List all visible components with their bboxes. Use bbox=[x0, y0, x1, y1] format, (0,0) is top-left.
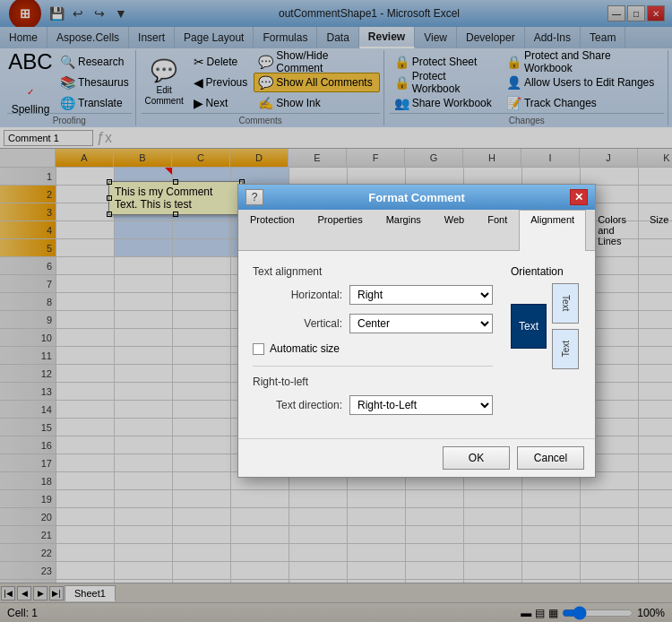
tab-font[interactable]: Font bbox=[476, 210, 519, 250]
horizontal-select[interactable]: Left Center Right Justify Distributed bbox=[349, 285, 493, 305]
modal-tabs: Protection Properties Margins Web Font A… bbox=[238, 210, 595, 251]
modal-footer: OK Cancel bbox=[238, 438, 595, 477]
tab-properties[interactable]: Properties bbox=[306, 210, 375, 250]
text-direction-select[interactable]: Context Left-to-Right Right-to-Left bbox=[349, 395, 493, 415]
orient-vertical2-btn[interactable]: Text bbox=[552, 329, 579, 369]
orient-vertical-options: Text Text bbox=[552, 283, 579, 369]
tab-colors-lines[interactable]: Colors and Lines bbox=[586, 210, 638, 250]
tab-size[interactable]: Size bbox=[638, 210, 672, 250]
cancel-button[interactable]: Cancel bbox=[517, 446, 584, 470]
horizontal-row: Horizontal: Left Center Right Justify Di… bbox=[253, 285, 493, 305]
auto-size-checkbox[interactable] bbox=[253, 343, 264, 355]
tab-web[interactable]: Web bbox=[433, 210, 476, 250]
modal-body: Text alignment Horizontal: Left Center R… bbox=[238, 251, 595, 438]
tab-alignment[interactable]: Alignment bbox=[519, 210, 586, 251]
vertical-row: Vertical: Top Center Bottom Justify Dist… bbox=[253, 314, 493, 333]
modal-titlebar: ? Format Comment ✕ bbox=[238, 185, 595, 210]
tab-margins[interactable]: Margins bbox=[375, 210, 433, 250]
rtl-title: Right-to-left bbox=[253, 366, 493, 388]
text-direction-label: Text direction: bbox=[253, 399, 342, 411]
orient-vertical1-btn[interactable]: Text bbox=[552, 283, 579, 324]
orientation-boxes: Text Text Text bbox=[511, 283, 579, 369]
modal-left-col: Text alignment Horizontal: Left Center R… bbox=[253, 265, 493, 424]
orientation-area: Orientation Text Text Text bbox=[511, 265, 618, 369]
modal-two-col: Text alignment Horizontal: Left Center R… bbox=[253, 265, 581, 424]
ok-button[interactable]: OK bbox=[443, 446, 510, 470]
modal-right-col: Orientation Text Text Text bbox=[511, 265, 618, 424]
tab-protection[interactable]: Protection bbox=[238, 210, 306, 250]
modal-overlay: ? Format Comment ✕ Protection Properties… bbox=[0, 0, 672, 622]
format-comment-dialog: ? Format Comment ✕ Protection Properties… bbox=[237, 184, 596, 478]
orient-horizontal-btn[interactable]: Text bbox=[511, 304, 547, 349]
modal-title: Format Comment bbox=[263, 191, 570, 204]
auto-size-row: Automatic size bbox=[253, 342, 493, 355]
auto-size-label: Automatic size bbox=[270, 342, 340, 355]
vertical-label: Vertical: bbox=[253, 317, 342, 330]
modal-close-btn[interactable]: ✕ bbox=[570, 189, 588, 205]
text-alignment-title: Text alignment bbox=[253, 265, 493, 278]
text-direction-row: Text direction: Context Left-to-Right Ri… bbox=[253, 395, 493, 415]
orientation-title: Orientation bbox=[511, 265, 564, 278]
vertical-select[interactable]: Top Center Bottom Justify Distributed bbox=[349, 314, 493, 333]
horizontal-label: Horizontal: bbox=[253, 289, 342, 301]
modal-help-btn[interactable]: ? bbox=[246, 189, 263, 205]
